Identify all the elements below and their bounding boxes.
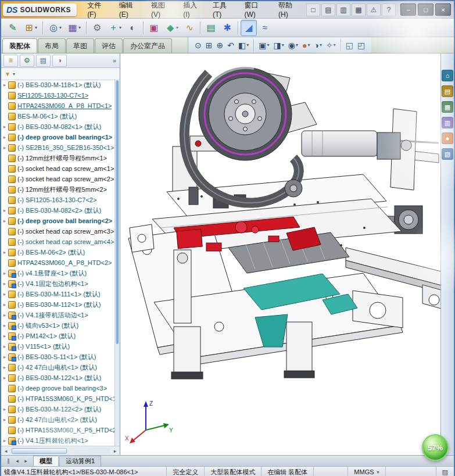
tree-item[interactable]: (-) SFI1205-163-130-C7<2> [1,195,115,205]
scroll-right-icon[interactable]: ▸ [110,448,120,454]
assembly-features-icon[interactable]: ▣ [146,20,162,36]
edit-component-icon[interactable]: ✎ [5,20,21,36]
status-units[interactable]: MMGS ▾ [347,467,385,476]
design-library-icon[interactable]: ▤ [442,85,453,97]
filter-funnel-icon[interactable]: ▼ [5,71,10,77]
tree-item[interactable]: (-) 12mm丝杆螺母导程5mm<1> [1,153,115,163]
tree-item[interactable]: ▸(-) v4.1悬臂座<1> (默认) [1,268,115,278]
expander-icon[interactable]: ▸ [1,270,8,276]
expander-icon[interactable]: ▸ [1,82,8,88]
help-icon[interactable]: ? [382,3,396,16]
expander-icon[interactable]: ▸ [1,406,8,412]
tree-item[interactable]: ▸(-) BES-030-S-11<1> (默认) [1,352,115,362]
expander-icon[interactable]: ▸ [1,438,8,443]
tree-item[interactable]: ▸(-) V4.1固定包边机构<1> [1,278,115,289]
tree-filter-bar[interactable]: ▼ ▾ [1,68,120,80]
tree-item[interactable]: (-) socket head cap screw_am<1> [1,163,115,174]
zoom-in-out-icon[interactable]: ⊕ [214,39,225,52]
expander-icon[interactable]: ▸ [1,417,8,423]
expander-icon[interactable]: ▸ [1,291,8,297]
tree-item[interactable]: ▸(-) BES-030-M-122<1> (默认) [1,373,115,383]
bill-of-materials-icon[interactable]: ▤ [203,20,219,36]
expander-icon[interactable]: ▸ [1,207,8,213]
custom-properties-icon[interactable]: ▧ [442,148,453,160]
tree-horizontal-scrollbar[interactable]: ◂ ▸ [1,446,120,455]
tree-item[interactable]: ▸(-) BES-030-M-111<1> (默认) [1,289,115,299]
expander-icon[interactable]: ▸ [1,281,8,287]
four-view-icon[interactable]: ◰ [356,39,367,52]
show-hidden-components-icon[interactable]: ◐ [124,20,141,36]
expander-icon[interactable]: ▸ [1,145,8,151]
file-explorer-icon[interactable]: ▦ [442,101,453,113]
tree-item[interactable]: HTPA24S3M060_A_P8_HTD<2> [1,257,115,268]
save-icon[interactable]: ▥ [336,3,350,16]
tree-item[interactable]: (-) 12mm丝杆螺母导程5mm<2> [1,184,115,195]
command-tab[interactable]: 办公室产品 [123,38,172,53]
open-document-icon[interactable]: ▤ [321,3,335,16]
new-document-icon[interactable]: □ [306,3,320,16]
expander-icon[interactable]: ▸ [1,124,8,130]
tree-item[interactable]: ▸(-) SE2B16_350_SE2B16-350<1> [1,142,115,153]
move-component-icon[interactable]: +▾ [105,20,124,36]
tree-item[interactable]: ▸(-) BES-M-06<2> (默认) [1,247,115,257]
tree-item[interactable]: ▸(-) 镜向v53<1> (默认) [1,320,115,331]
minimize-button[interactable]: − [400,3,416,16]
tree-item[interactable]: (-) socket head cap screw_am<4> [1,237,115,247]
restore-button[interactable]: □ [418,3,433,16]
configurationmanager-tab-icon[interactable]: ▤ [36,55,51,67]
new-motion-study-icon[interactable]: ∿ [181,20,198,36]
alert-icon[interactable]: ⚠ [367,3,381,16]
scroll-left-icon[interactable]: ◂ [1,448,10,454]
expander-icon[interactable]: ▸ [1,134,8,140]
exploded-view-icon[interactable]: ✱ [219,20,235,36]
expander-icon[interactable]: ▸ [1,333,8,339]
study-tab[interactable]: 运动算例1 [59,456,101,466]
command-tab[interactable]: 装配体 [2,38,37,53]
expander-icon[interactable]: ▸ [1,354,8,360]
apply-scene-icon[interactable]: ◑▾ [312,39,323,52]
cylinder-assembly[interactable] [302,131,411,159]
tree-item[interactable]: ▸(-) BES-030-M-082<1> (默认) [1,121,115,132]
command-tab[interactable]: 评估 [95,38,123,53]
expander-icon[interactable]: ▸ [1,323,8,328]
status-edit-icon[interactable]: ▨ [436,467,454,476]
tree-vertical-scrollbar[interactable] [114,79,120,446]
display-style-icon[interactable]: ◨▾ [271,39,285,52]
view-settings-icon[interactable]: ✧▾ [324,39,338,52]
expander-icon[interactable]: ▸ [1,364,8,370]
scrollbar-thumb[interactable] [116,80,119,344]
linear-pattern-icon[interactable]: ▦▾ [65,20,84,36]
instant3d-icon[interactable]: ◢ [241,20,257,36]
zoom-fit-icon[interactable]: ⊙ [193,39,203,52]
performance-gauge[interactable]: 57% [422,434,449,461]
hide-show-items-icon[interactable]: ◉▾ [286,39,300,52]
tree-item[interactable]: ▸(-) deep groove ball bearing<1> [1,132,115,142]
tree-item[interactable]: (-) deep groove ball bearing<3> [1,383,115,393]
expander-icon[interactable]: ▸ [1,343,8,349]
reference-geometry-icon[interactable]: ◆▾ [162,20,181,36]
print-icon[interactable]: ▦ [352,3,366,16]
expander-icon[interactable]: ▸ [1,312,8,318]
tree-item[interactable]: ▸(-) BES-030-M-082<2> (默认) [1,205,115,216]
view-orientation-icon[interactable]: ▣▾ [257,39,271,52]
tree-item[interactable]: ▸(-) 42 47白山电机<1> (默认) [1,362,115,373]
tab-scroll-right-icon[interactable]: ▸ [22,458,30,464]
tree-item[interactable]: ▸(-) deep groove ball bearing<2> [1,216,115,226]
command-tab[interactable]: 布局 [38,38,66,53]
single-view-icon[interactable]: ◱ [344,39,355,52]
expander-icon[interactable]: ▸ [1,218,8,224]
zoom-area-icon[interactable]: ⊞ [204,39,214,52]
tree-item[interactable]: ▸(-) BES-030-M-122<2> (默认) [1,404,115,414]
tree-item[interactable]: ▸(-) BES-030-M-118<1> (默认) [1,80,115,90]
command-tab[interactable]: 草图 [66,38,94,53]
scrollbar-thumb[interactable] [12,448,67,454]
close-button[interactable]: × [435,3,451,16]
machine-assembly-model[interactable]: Z Y X [120,53,443,455]
expander-icon[interactable]: ▸ [1,249,8,255]
tree-item[interactable]: ▸(-) V4.1接带机活动边<1> [1,310,115,320]
tree-item[interactable]: SFI1205-163-130-C7<1> [1,90,115,101]
tree-item[interactable]: (-) socket head cap screw_am<2> [1,174,115,184]
edit-appearance-icon[interactable]: ●▾ [300,39,311,52]
graphics-area[interactable]: Z Y X [120,53,443,455]
tree-item[interactable]: ▸(-) V4.1压料棘轮机构<1> [1,435,115,446]
